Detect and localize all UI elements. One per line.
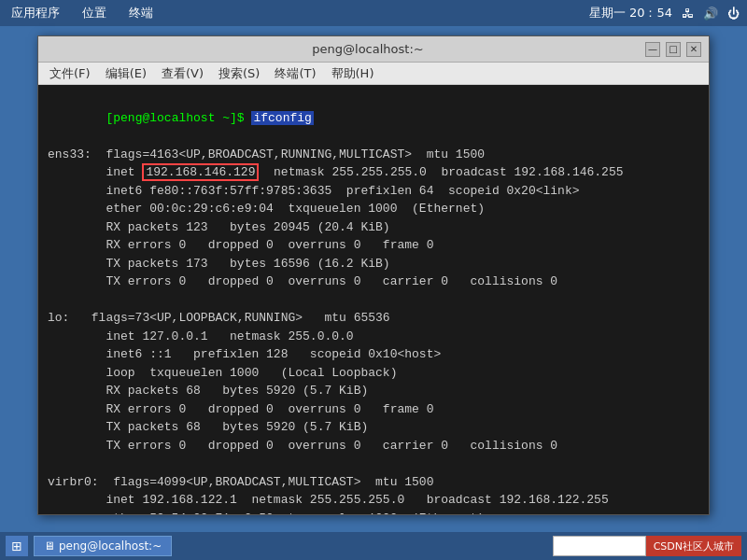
- output-line-lo-6: TX packets 68 bytes 5920 (5.7 KiB): [48, 418, 699, 437]
- output-line-lo-3: loop txqueuelen 1000 (Local Loopback): [48, 364, 699, 383]
- taskbar-top-right: 星期一 20：54 🖧 🔊 ⏻: [589, 5, 740, 21]
- window-controls: — □ ✕: [645, 42, 701, 57]
- menu-file[interactable]: 文件(F): [42, 63, 98, 84]
- taskbar-window-label: peng@localhost:~: [59, 539, 162, 553]
- prompt-text: [peng@localhost ~]$: [106, 111, 251, 125]
- terminal-window: peng@localhost:~ — □ ✕ 文件(F) 编辑(E) 查看(V)…: [37, 35, 710, 515]
- output-blank-1: [48, 291, 699, 310]
- output-line-lo-0: lo: flags=73<UP,LOOPBACK,RUNNING> mtu 65…: [48, 309, 699, 328]
- show-desktop-button[interactable]: ⊞: [6, 536, 28, 556]
- taskbar-bottom: ⊞ 🖥 peng@localhost:~ CSDN社区人城市: [0, 532, 747, 560]
- desktop: peng@localhost:~ — □ ✕ 文件(F) 编辑(E) 查看(V)…: [0, 26, 747, 532]
- output-line-3: ether 00:0c:29:c6:e9:04 txqueuelen 1000 …: [48, 200, 699, 218]
- datetime-label: 星期一 20：54: [589, 5, 672, 21]
- network-icon: 🖧: [682, 7, 694, 21]
- taskbar-top: 应用程序 位置 终端 星期一 20：54 🖧 🔊 ⏻: [0, 0, 747, 26]
- menu-bar: 文件(F) 编辑(E) 查看(V) 搜索(S) 终端(T) 帮助(H): [38, 63, 709, 85]
- output-line-0: ens33: flags=4163<UP,BROADCAST,RUNNING,M…: [48, 146, 699, 164]
- command-text: ifconfig: [251, 111, 313, 125]
- output-line-1: inet 192.168.146.129 netmask 255.255.255…: [48, 163, 699, 182]
- menu-view[interactable]: 查看(V): [154, 63, 211, 84]
- desktop-icon: ⊞: [11, 539, 22, 553]
- terminal-content[interactable]: [peng@localhost ~]$ ifconfig ens33: flag…: [38, 85, 709, 514]
- output-line-2: inet6 fe80::763f:57ff:9785:3635 prefixle…: [48, 182, 699, 201]
- taskbar-bottom-right: CSDN社区人城市: [553, 536, 741, 556]
- power-icon[interactable]: ⏻: [727, 7, 740, 21]
- output-line-lo-1: inet 127.0.0.1 netmask 255.0.0.0: [48, 328, 699, 346]
- menu-terminal[interactable]: 终端(T): [267, 63, 323, 84]
- taskbar-window-button[interactable]: 🖥 peng@localhost:~: [34, 536, 172, 556]
- title-bar: peng@localhost:~ — □ ✕: [38, 36, 709, 63]
- apps-menu[interactable]: 应用程序: [7, 3, 63, 23]
- output-line-6: TX packets 173 bytes 16596 (16.2 KiB): [48, 255, 699, 273]
- output-line-vb-2: ether 52:54:00:71:a0:50 txqueuelen 1000 …: [48, 510, 699, 515]
- output-line-lo-2: inet6 ::1 prefixlen 128 scopeid 0x10<hos…: [48, 345, 699, 364]
- maximize-button[interactable]: □: [666, 42, 681, 57]
- output-line-7: TX errors 0 dropped 0 overruns 0 carrier…: [48, 273, 699, 291]
- output-line-lo-4: RX packets 68 bytes 5920 (5.7 KiB): [48, 382, 699, 400]
- taskbar-top-left: 应用程序 位置 终端: [7, 3, 589, 23]
- minimize-button[interactable]: —: [645, 42, 660, 57]
- terminal-menu[interactable]: 终端: [125, 3, 157, 23]
- window-title: peng@localhost:~: [91, 42, 645, 56]
- csdn-badge[interactable]: CSDN社区人城市: [646, 536, 741, 556]
- menu-edit[interactable]: 编辑(E): [98, 63, 154, 84]
- menu-help[interactable]: 帮助(H): [324, 63, 382, 84]
- output-line-4: RX packets 123 bytes 20945 (20.4 KiB): [48, 218, 699, 237]
- output-line-5: RX errors 0 dropped 0 overruns 0 frame 0: [48, 236, 699, 255]
- ip-address-highlight: 192.168.146.129: [142, 163, 259, 181]
- close-button[interactable]: ✕: [686, 42, 701, 57]
- terminal-icon: 🖥: [44, 539, 55, 553]
- output-line-lo-7: TX errors 0 dropped 0 overruns 0 carrier…: [48, 437, 699, 455]
- output-blank-2: [48, 455, 699, 473]
- output-line-lo-5: RX errors 0 dropped 0 overruns 0 frame 0: [48, 400, 699, 419]
- menu-search[interactable]: 搜索(S): [211, 63, 267, 84]
- prompt-line: [peng@localhost ~]$ ifconfig: [48, 91, 699, 146]
- places-menu[interactable]: 位置: [78, 3, 110, 23]
- volume-icon: 🔊: [703, 7, 718, 21]
- search-input[interactable]: [553, 536, 646, 556]
- output-line-vb-0: virbr0: flags=4099<UP,BROADCAST,MULTICAS…: [48, 473, 699, 492]
- output-line-vb-1: inet 192.168.122.1 netmask 255.255.255.0…: [48, 491, 699, 510]
